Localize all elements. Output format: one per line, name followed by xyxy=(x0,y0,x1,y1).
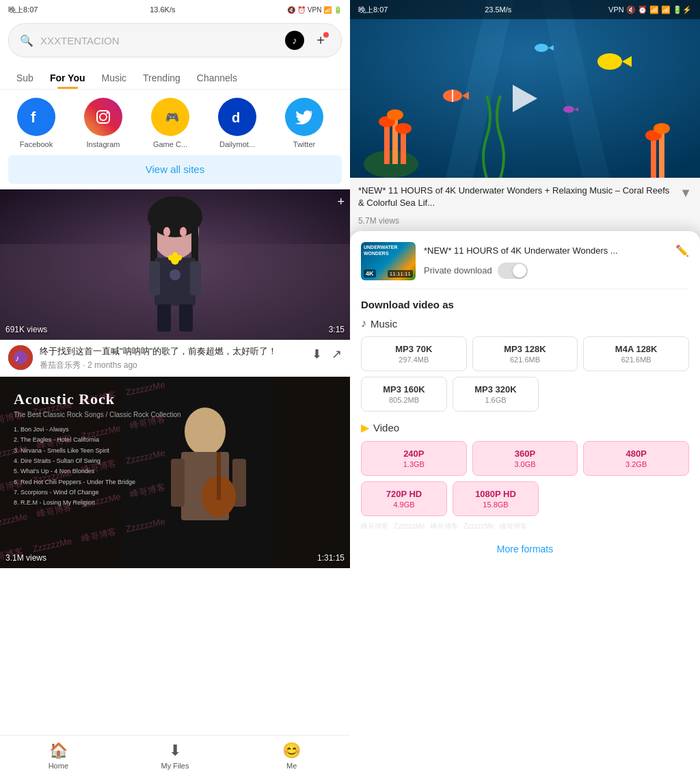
facebook-icon: f xyxy=(17,98,55,136)
private-label: Private download xyxy=(424,265,492,276)
svg-rect-41 xyxy=(384,123,390,164)
svg-rect-34 xyxy=(217,452,221,500)
format-720p[interactable]: 720P HD 4.9GB xyxy=(361,481,447,516)
tab-sub[interactable]: Sub xyxy=(8,67,42,89)
svg-rect-15 xyxy=(154,258,196,306)
left-panel: 晚上8:07 13.6K/s 🔇 ⏰ VPN 📶 🔋 🔍 XXXTENTACIO… xyxy=(0,0,350,776)
dailymotion-icon: d xyxy=(218,98,256,136)
site-twitter[interactable]: Twitter xyxy=(273,98,335,148)
wm-strip: 峰哥博客 ZzzzzzMe 峰哥博客 ZzzzzzMe 峰哥博客 xyxy=(361,522,689,535)
twitter-icon xyxy=(285,98,323,136)
video1-title: 终于找到这首一直喊"呐呐呐"的歌了，前奏超燃，太好听了！ xyxy=(40,345,305,358)
format-240p[interactable]: 240P 1.3GB xyxy=(361,441,467,476)
tabs-row: Sub For You Music Trending Channels xyxy=(0,62,350,90)
video-card-1[interactable]: 691K views 3:15 + ♪ 终于找到这首一直喊"呐呐呐"的歌了，前奏… xyxy=(0,189,350,377)
view-all-sites-button[interactable]: View all sites xyxy=(8,155,342,184)
site-gamecenter-label: Game C... xyxy=(153,140,187,148)
video1-info: ♪ 终于找到这首一直喊"呐呐呐"的歌了，前奏超燃，太好听了！ 番茄音乐秀 · 2… xyxy=(0,340,350,377)
instagram-icon xyxy=(84,98,122,136)
bottom-nav: 🏠 Home ⬇ My Files 😊 Me xyxy=(0,735,350,776)
format-mp3-70k[interactable]: MP3 70K 297.4MB xyxy=(361,336,467,371)
video-player-area[interactable] xyxy=(350,0,700,178)
video-card-2[interactable]: Acoustic Rock The Best Classic Rock Song… xyxy=(0,377,350,568)
more-formats-button[interactable]: More formats xyxy=(361,535,689,563)
svg-point-58 xyxy=(563,106,574,113)
site-dailymotion-label: Dailymot... xyxy=(219,140,255,148)
format-1080p[interactable]: 1080P HD 15.8GB xyxy=(453,481,539,516)
format-m4a-128k[interactable]: M4A 128K 621.6MB xyxy=(583,336,689,371)
edit-icon[interactable]: ✏️ xyxy=(675,244,689,257)
svg-point-40 xyxy=(364,150,418,178)
private-row: Private download xyxy=(424,263,689,279)
video2-duration: 1:31:15 xyxy=(317,553,345,563)
format-mp3-128k[interactable]: MP3 128K 621.6MB xyxy=(472,336,578,371)
format-360p[interactable]: 360P 3.0GB xyxy=(472,441,578,476)
status-speed-left: 13.6K/s xyxy=(150,5,175,14)
site-facebook-label: Facebook xyxy=(20,140,53,148)
tiktok-icon[interactable]: ♪ xyxy=(285,31,304,50)
video-label: Video xyxy=(373,422,399,433)
site-dailymotion[interactable]: d Dailymot... xyxy=(206,98,268,148)
search-bar[interactable]: 🔍 XXXTENTACION ♪ + xyxy=(8,23,342,57)
video-main-title: *NEW* 11 HOURS of 4K Underwater Wonders … xyxy=(358,185,674,209)
download-icon[interactable]: ⬇ xyxy=(312,347,322,362)
video1-views: 691K views xyxy=(5,325,47,334)
site-gamecenter[interactable]: 🎮 Game C... xyxy=(139,98,201,148)
tab-music[interactable]: Music xyxy=(94,67,135,89)
tab-channels[interactable]: Channels xyxy=(189,67,245,89)
tab-trending[interactable]: Trending xyxy=(135,67,189,89)
dl-info: *NEW* 11 HOURS of 4K Underwater Wonders … xyxy=(424,244,689,279)
music-formats-grid: MP3 70K 297.4MB MP3 128K 621.6MB M4A 128… xyxy=(361,336,689,371)
video-formats-grid-1: 240P 1.3GB 360P 3.0GB 480P 3.2GB xyxy=(361,441,689,476)
status-icons-right: VPN 🔇 ⏰ 📶 📶 🔋⚡ xyxy=(608,5,692,14)
format-mp3-160k[interactable]: MP3 160K 805.2MB xyxy=(361,377,447,412)
nav-myfiles[interactable]: ⬇ My Files xyxy=(117,742,234,770)
format-mp3-320k[interactable]: MP3 320K 1.6GB xyxy=(453,377,539,412)
svg-text:♪: ♪ xyxy=(15,353,19,363)
add-button[interactable]: + xyxy=(311,31,330,50)
gamecenter-icon: 🎮 xyxy=(151,98,189,136)
search-icon: 🔍 xyxy=(20,34,33,47)
format-480p[interactable]: 480P 3.2GB xyxy=(583,441,689,476)
download-panel: UNDERWATERWONDERS 4K 11:11:11 *NEW* 11 H… xyxy=(350,231,700,776)
svg-point-51 xyxy=(597,53,622,70)
site-instagram[interactable]: Instagram xyxy=(72,98,134,148)
svg-rect-17 xyxy=(190,261,201,295)
share-icon[interactable]: ↗ xyxy=(332,347,342,362)
svg-point-56 xyxy=(535,44,548,52)
status-icons-left: 🔇 ⏰ VPN 📶 🔋 xyxy=(287,6,342,14)
site-facebook[interactable]: f Facebook xyxy=(5,98,67,148)
status-time-left: 晚上8:07 xyxy=(8,5,38,15)
video-play-icon: ▶ xyxy=(361,421,369,434)
music-note-icon: ♪ xyxy=(361,317,366,330)
me-icon: 😊 xyxy=(282,742,301,760)
search-query[interactable]: XXXTENTACION xyxy=(40,35,278,46)
play-button[interactable] xyxy=(513,85,537,112)
notification-dot xyxy=(323,32,329,38)
svg-point-18 xyxy=(170,269,180,280)
right-panel: 晚上8:07 23.5M/s VPN 🔇 ⏰ 📶 📶 🔋⚡ xyxy=(350,0,700,776)
nav-me[interactable]: 😊 Me xyxy=(233,742,350,770)
dl-thumbnail: UNDERWATERWONDERS 4K 11:11:11 xyxy=(361,242,416,280)
nav-home[interactable]: 🏠 Home xyxy=(0,742,117,770)
expand-icon[interactable]: ▼ xyxy=(679,186,692,200)
acoustic-bg: Acoustic Rock The Best Classic Rock Song… xyxy=(0,377,350,568)
search-right-icons: ♪ + xyxy=(285,31,330,50)
download-header: UNDERWATERWONDERS 4K 11:11:11 *NEW* 11 H… xyxy=(361,242,689,289)
toggle-knob xyxy=(513,264,526,278)
music-formats-grid-2: MP3 160K 805.2MB MP3 320K 1.6GB xyxy=(361,377,539,412)
sites-row: f Facebook Instagram 🎮 Game C... d Daily… xyxy=(0,90,350,152)
tab-for-you[interactable]: For You xyxy=(42,67,94,89)
download-section-title: Download video as xyxy=(361,299,689,310)
svg-text:d: d xyxy=(232,110,240,125)
svg-point-14 xyxy=(180,227,187,237)
svg-rect-31 xyxy=(171,459,185,507)
svg-text:f: f xyxy=(31,109,36,126)
video-section-header: ▶ Video xyxy=(361,421,689,434)
svg-point-2 xyxy=(100,113,107,120)
svg-rect-16 xyxy=(149,261,160,295)
more-formats-text: More formats xyxy=(497,544,553,554)
site-instagram-label: Instagram xyxy=(87,140,120,148)
private-toggle[interactable] xyxy=(498,263,528,279)
svg-rect-24 xyxy=(179,304,193,332)
